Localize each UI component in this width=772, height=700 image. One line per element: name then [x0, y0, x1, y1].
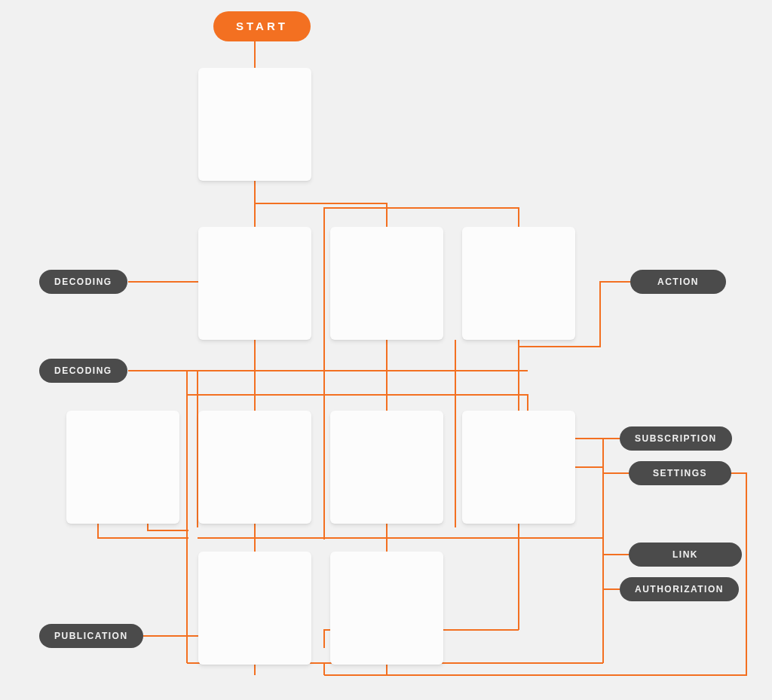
- box-r4c2: [330, 552, 443, 665]
- publication-pill: PUBLICATION: [39, 624, 143, 648]
- authorization-pill: AUTHORIZATION: [620, 577, 739, 601]
- box-r3c1: [198, 411, 311, 524]
- box-r3c2: [330, 411, 443, 524]
- box-r2c2: [330, 227, 443, 340]
- decoding-pill-1: DECODING: [39, 270, 127, 294]
- action-pill: ACTION: [630, 270, 726, 294]
- decoding-pill-2: DECODING: [39, 359, 127, 383]
- box-r3c0: [66, 411, 179, 524]
- settings-pill: SETTINGS: [629, 461, 731, 485]
- box-r2c3: [462, 227, 575, 340]
- link-pill: LINK: [629, 543, 742, 567]
- box-r1c1: [198, 68, 311, 181]
- subscription-pill: SUBSCRIPTION: [620, 426, 732, 451]
- box-r3c3: [462, 411, 575, 524]
- start-pill: START: [213, 11, 311, 41]
- box-r4c1: [198, 552, 311, 665]
- diagram-canvas: START DECODING DECODING ACTION SUBSCRIPT…: [0, 0, 772, 700]
- box-r2c1: [198, 227, 311, 340]
